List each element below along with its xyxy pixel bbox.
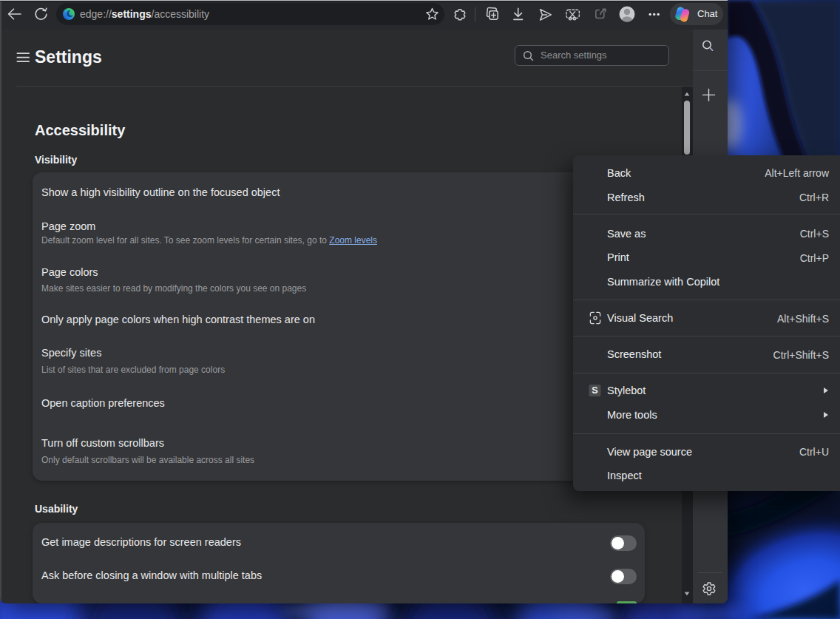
svg-text:S: S <box>592 385 597 396</box>
